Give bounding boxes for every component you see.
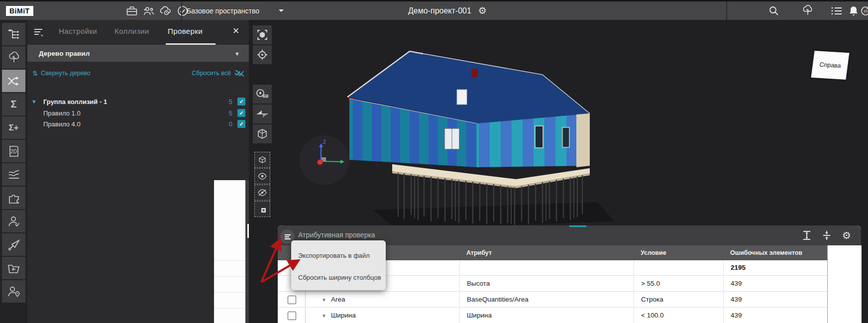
project-title-group: Демо-проект-001 ⚙ [408,1,487,20]
chevron-down-icon [278,9,284,13]
menu-item-export[interactable]: Экспортировать в файл [291,244,386,266]
billboard-label: Справа [811,51,850,80]
panel-tabs: Настройки Коллизии Проверки × [27,20,249,45]
workspace-selector[interactable]: Базовое пространство [187,1,284,20]
bimit-logo[interactable]: BiMiT [6,6,33,16]
node-checkbox[interactable]: ✓ [237,98,245,106]
tab-checks[interactable]: Проверки [168,27,203,35]
panel-results-area [214,180,245,323]
expand-rows-icon[interactable] [800,229,813,242]
section-caret-icon: ▼ [234,51,240,57]
section-plane-icon[interactable] [253,105,272,123]
puzzle-icon[interactable] [2,187,25,209]
reset-visibility-icon [234,69,245,77]
bell-icon[interactable] [847,5,860,17]
collapse-tree-link[interactable]: ⇅ Свернуть дерево [32,68,91,79]
project-title: Демо-проект-001 [408,6,471,15]
app-window: BiMiT Базовое пространство Демо-проект-0… [0,0,868,323]
svg-text:2D: 2D [10,149,17,154]
clear-selection-icon[interactable] [254,201,270,217]
table-settings-gear-icon[interactable]: ⚙ [840,229,853,242]
top-bar: BiMiT Базовое пространство Демо-проект-0… [0,0,868,20]
target-focus-icon[interactable] [253,45,272,64]
hamburger-icon [284,234,291,240]
sigma-plus-icon[interactable]: Σ+ [2,116,25,139]
table-row[interactable]: ▼Ширина Ширина < 100.0 439 [278,308,827,323]
col-errors[interactable]: Ошибочных элементов [723,245,827,260]
fit-view-icon[interactable] [253,25,272,44]
collisions-shuffle-icon[interactable] [2,70,25,92]
panel-collapse-icon[interactable] [33,28,44,37]
collapse-tree-icon: ⇅ [32,70,38,77]
line-chart-icon[interactable] [2,163,25,186]
sigma-icon[interactable]: Σ [2,93,25,115]
tree-node-rule4[interactable]: Правило 4.0 0 ✓ [27,119,249,130]
section-box-icon[interactable] [253,124,272,143]
close-icon[interactable]: × [229,24,243,38]
col-attribute[interactable]: Атрибут [459,245,634,260]
hierarchy-icon[interactable] [2,23,25,45]
navigation-gizmo: Z [300,135,349,185]
gizmo-z-label: Z [323,139,326,145]
node-caret-icon[interactable]: ▼ [31,99,37,105]
row-caret-icon[interactable]: ▼ [322,313,326,319]
trowel-icon[interactable] [2,233,25,256]
team-icon[interactable] [142,5,155,17]
row-checkbox[interactable] [288,312,296,320]
person-check-icon[interactable] [2,210,25,232]
hide-selected-eye-slash-icon[interactable] [254,185,270,201]
table-context-menu: Экспортировать в файл Сбросить ширину ст… [291,240,386,290]
row-checkbox[interactable] [288,296,296,304]
sync-history-icon[interactable]: 10 [859,5,868,17]
cloud-status-icon[interactable] [159,5,172,17]
collapse-rows-icon[interactable] [820,229,833,242]
tab-collisions[interactable]: Коллизии [114,27,149,35]
nature-tree-icon[interactable] [2,46,25,69]
project-settings-gear-icon[interactable]: ⚙ [478,5,487,16]
list-icon[interactable] [830,5,843,17]
reset-all-link[interactable]: Сбросить всё [192,68,245,79]
briefcase-icon[interactable] [125,5,138,17]
tree-icon[interactable] [801,5,814,17]
table-row[interactable]: ▼Area BaseQuantities/Area Строка 439 [278,292,827,308]
show-selected-eye-icon[interactable] [254,168,270,184]
isolate-box-icon[interactable] [254,152,270,168]
tree-node-rule1[interactable]: Правило 1.0 5 ✓ [27,108,249,119]
node-checkbox[interactable]: ✓ [237,120,245,128]
left-icon-rail: Σ Σ+ 2D [0,20,27,323]
tab-settings[interactable]: Настройки [59,27,97,35]
svg-text:10: 10 [864,9,868,13]
rules-tree-section-header[interactable]: Дерево правил ▼ [27,45,249,62]
person-pin-icon[interactable] [2,280,25,303]
node-checkbox[interactable]: ✓ [237,109,245,117]
row-caret-icon[interactable]: ▼ [322,297,326,303]
search-icon[interactable] [767,5,780,17]
table-right-gutter [827,245,862,323]
panel-title: Атрибутивная проверка [298,231,375,239]
folder-export-icon[interactable] [2,257,25,279]
measure-tape-icon[interactable] [253,85,272,104]
tree-node-group[interactable]: ▼ Группа коллизий - 1 5 ✓ [27,97,249,108]
col-condition[interactable]: Условие [634,245,723,260]
workspace-label: Базовое пространство [187,7,259,15]
panel-drag-handle[interactable] [569,225,586,227]
menu-item-reset-columns[interactable]: Сбросить ширину столбцов [291,266,386,288]
doc-2d-icon[interactable]: 2D [2,140,25,162]
